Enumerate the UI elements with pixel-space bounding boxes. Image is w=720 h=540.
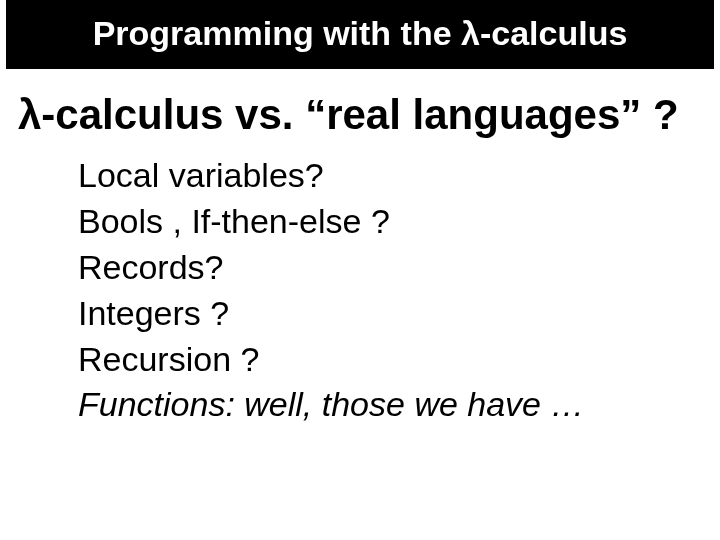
list-item: Records? bbox=[78, 245, 720, 291]
list-item: Functions: well, those we have … bbox=[78, 382, 720, 428]
slide-subheading: λ-calculus vs. “real languages” ? bbox=[18, 91, 720, 139]
list-item: Local variables? bbox=[78, 153, 720, 199]
list-item: Integers ? bbox=[78, 291, 720, 337]
list-item: Bools , If-then-else ? bbox=[78, 199, 720, 245]
slide: Programming with the λ-calculus λ-calcul… bbox=[0, 0, 720, 540]
slide-title: Programming with the λ-calculus bbox=[6, 0, 714, 69]
bullet-list: Local variables? Bools , If-then-else ? … bbox=[78, 153, 720, 428]
list-item: Recursion ? bbox=[78, 337, 720, 383]
